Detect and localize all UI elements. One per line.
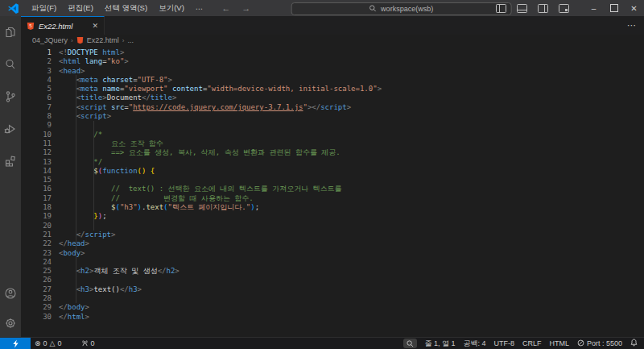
code-line[interactable]: 8 <script> [21,112,644,121]
problems-indicator[interactable]: ⊗ 0 △ 0 [31,338,66,349]
encoding[interactable]: UTF-8 [489,338,518,349]
menu-item-1[interactable]: 편집(E) [62,0,99,16]
code-line[interactable]: 18 $("h3").text("텍스트 페이지입니다."); [21,203,644,212]
toggle-panel-icon[interactable] [517,4,527,13]
menu-item-2[interactable]: 선택 영역(S) [99,0,153,16]
line-number[interactable]: 30 [21,313,52,322]
code-line[interactable]: 3<head> [21,67,644,76]
restore-button[interactable] [604,0,624,16]
menu-item-4[interactable]: ⋯ [190,0,209,16]
code-line[interactable]: 21 </script> [21,231,644,239]
code-line[interactable]: 29</body> [21,303,644,312]
code-line[interactable]: 14 $(function() { [21,167,644,176]
line-number[interactable]: 27 [21,285,52,294]
line-number[interactable]: 24 [21,258,52,267]
zoom-indicator[interactable] [403,339,417,348]
line-number[interactable]: 3 [21,67,52,76]
notifications-button[interactable] [626,338,644,349]
code-line[interactable]: 9 [21,121,644,130]
settings-button[interactable] [0,310,21,337]
code-line[interactable]: 13 */ [21,158,644,167]
line-number[interactable]: 23 [21,249,52,258]
language-mode[interactable]: HTML [545,338,573,349]
code-line[interactable]: 4 <meta charset="UTF-8"> [21,76,644,85]
close-button[interactable]: ✕ [624,0,644,16]
code-line[interactable]: 11 요소 조작 함수 [21,139,644,148]
code-line[interactable]: 27 <h3>text()</h3> [21,285,644,294]
line-number[interactable]: 4 [21,76,52,85]
line-number[interactable]: 13 [21,158,52,167]
breadcrumb-folder[interactable]: 04_JQuery [32,36,68,44]
code-line[interactable]: 23<body> [21,249,644,258]
account-button[interactable] [0,277,21,310]
menu-item-3[interactable]: 보기(V) [153,0,190,16]
customize-layout-icon[interactable] [559,4,569,13]
line-number[interactable]: 26 [21,276,52,285]
command-center-search[interactable]: workspace(wsb) [291,2,512,15]
line-number[interactable]: 28 [21,294,52,303]
cursor-position[interactable]: 줄 1, 열 1 [420,338,459,349]
minimize-button[interactable]: – [584,0,604,16]
line-number[interactable]: 22 [21,239,52,248]
code-line[interactable]: 22</head> [21,239,644,248]
toggle-secondary-sidebar-icon[interactable] [538,4,548,13]
code-line[interactable]: 7 <script src="https://code.jquery.com/j… [21,103,644,112]
line-number[interactable]: 17 [21,194,52,203]
code-line[interactable]: 10 /* [21,131,644,139]
tab-close-icon[interactable]: ✕ [92,22,98,30]
line-number[interactable]: 1 [21,48,52,57]
code-line[interactable]: 20 [21,222,644,231]
live-server-port[interactable]: Port : 5500 [573,338,626,349]
sidebar-item-explorer[interactable] [0,16,21,48]
code-line[interactable]: 1<!DOCTYPE html> [21,48,644,57]
code-line[interactable]: 2<html lang="ko"> [21,57,644,66]
line-number[interactable]: 2 [21,57,52,66]
line-number[interactable]: 11 [21,139,52,148]
code-line[interactable]: 19 }); [21,212,644,221]
line-number[interactable]: 21 [21,231,52,239]
line-number[interactable]: 16 [21,185,52,193]
indentation[interactable]: 공백: 4 [459,338,489,349]
line-number[interactable]: 9 [21,121,52,130]
toggle-sidebar-icon[interactable] [496,4,506,13]
remote-indicator[interactable] [0,338,31,349]
sidebar-item-source-control[interactable] [0,81,21,113]
line-number[interactable]: 5 [21,85,52,93]
code-line[interactable]: 26 [21,276,644,285]
code-line[interactable]: 12 ==> 요소를 생성, 복사, 삭제, 속성 변환과 관련된 함수를 제공… [21,148,644,157]
nav-forward-button[interactable]: → [242,3,250,13]
code-line[interactable]: 30</html> [21,313,644,322]
code-line[interactable]: 6 <title>Document</title> [21,93,644,102]
line-number[interactable]: 19 [21,212,52,221]
tab-ex22-html[interactable]: 5 Ex22.html ✕ [21,16,105,35]
breadcrumb-symbol-tail[interactable]: ... [127,36,134,44]
code-editor[interactable]: 1<!DOCTYPE html>2<html lang="ko">3<head>… [21,46,644,337]
sidebar-item-run-debug[interactable] [0,113,21,145]
ports-indicator[interactable]: 0 [77,338,99,349]
code-line[interactable]: 25 <h2>객체 조작 및 생성</h2> [21,267,644,276]
sidebar-item-search[interactable] [0,48,21,81]
line-number[interactable]: 25 [21,267,52,276]
code-line[interactable]: 24 [21,258,644,267]
menu-item-0[interactable]: 파일(F) [26,0,62,16]
line-number[interactable]: 8 [21,112,52,121]
code-line[interactable]: 15 [21,176,644,185]
nav-back-button[interactable]: ← [221,3,230,13]
code-line[interactable]: 17 // 변경할 때 사용하는 함수. [21,194,644,203]
eol-sequence[interactable]: CRLF [518,338,546,349]
code-line[interactable]: 28 [21,294,644,303]
editor-actions-more[interactable]: ⋯ [627,16,644,35]
line-number[interactable]: 10 [21,131,52,139]
line-number[interactable]: 14 [21,167,52,176]
line-number[interactable]: 7 [21,103,52,112]
line-number[interactable]: 29 [21,303,52,312]
breadcrumb-file[interactable]: Ex22.html [87,36,119,44]
line-number[interactable]: 15 [21,176,52,185]
code-line[interactable]: 16 // text() : 선택한 요소에 내의 텍스트를 가져오거나 텍스트… [21,185,644,193]
code-line[interactable]: 5 <meta name="viewport" content="width=d… [21,85,644,93]
line-number[interactable]: 18 [21,203,52,212]
sidebar-item-extensions[interactable] [0,145,21,177]
line-number[interactable]: 6 [21,93,52,102]
line-number[interactable]: 20 [21,222,52,231]
line-number[interactable]: 12 [21,148,52,157]
